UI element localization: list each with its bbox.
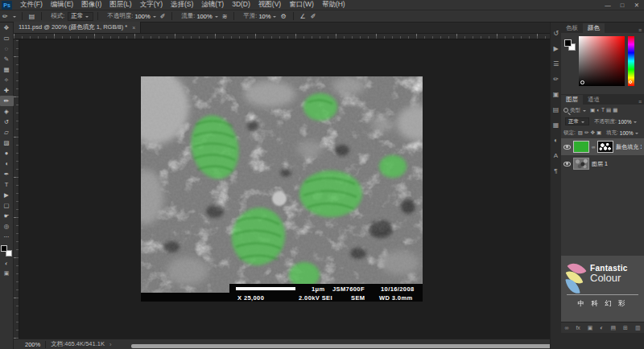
- document-tab[interactable]: 1111.psd @ 200% (颜色填充 1, RGB/8) * ×: [14, 22, 141, 33]
- panel-icon[interactable]: ▣: [551, 87, 562, 102]
- layers-action-icon[interactable]: ▤: [611, 325, 617, 331]
- airbrush-icon[interactable]: ≋: [222, 13, 228, 20]
- tool-button[interactable]: ◎: [0, 221, 14, 232]
- tool-button[interactable]: ✎: [0, 54, 14, 64]
- tab-layers[interactable]: 图层: [561, 95, 583, 105]
- fill-value[interactable]: 100%: [620, 130, 634, 136]
- quick-mask-icon[interactable]: ◐: [5, 261, 8, 266]
- tool-button[interactable]: ▱: [0, 127, 14, 138]
- tool-button[interactable]: ▶: [0, 190, 14, 200]
- tool-button[interactable]: T: [0, 179, 14, 190]
- layers-action-icon[interactable]: fx: [576, 325, 580, 331]
- panel-menu-icon[interactable]: ≡: [638, 99, 642, 105]
- close-button[interactable]: ✕: [630, 2, 644, 9]
- filter-kind-icon[interactable]: ◐: [597, 107, 600, 113]
- menu-item[interactable]: 帮助(H): [318, 0, 349, 10]
- panel-icon[interactable]: ▤: [551, 102, 562, 117]
- layers-action-icon[interactable]: ◐: [600, 325, 603, 331]
- opacity-value[interactable]: 100%: [134, 13, 150, 20]
- flow-value[interactable]: 100%: [196, 13, 212, 20]
- color-picker-marker[interactable]: [580, 80, 584, 84]
- mask-link-icon[interactable]: ∞: [592, 145, 595, 150]
- menu-item[interactable]: 选择(S): [167, 0, 197, 10]
- menu-item[interactable]: 滤镜(T): [197, 0, 228, 10]
- filter-kind-icon[interactable]: ▣: [590, 107, 595, 113]
- menu-item[interactable]: 3D(D): [228, 0, 254, 10]
- panel-icon[interactable]: ▶: [551, 41, 562, 56]
- filter-kind-icon[interactable]: ▤: [606, 107, 611, 113]
- filter-type-label[interactable]: 类型: [570, 107, 580, 114]
- tab-color[interactable]: 颜色: [583, 23, 605, 33]
- filter-kind-icon[interactable]: ▦: [613, 107, 617, 113]
- foreground-color-swatch[interactable]: [564, 39, 572, 47]
- brush-preset-caret[interactable]: [13, 16, 16, 19]
- blend-mode-dropdown[interactable]: 正常: [565, 117, 589, 125]
- layer-visibility-eye-icon[interactable]: [564, 162, 571, 166]
- panel-icon[interactable]: ◐: [551, 133, 562, 148]
- tool-button[interactable]: ✏: [0, 96, 14, 106]
- tool-button[interactable]: ◖: [0, 158, 14, 169]
- hue-slider-marker[interactable]: [629, 80, 632, 84]
- tool-button[interactable]: ✚: [0, 85, 14, 96]
- layers-action-icon[interactable]: ⊞: [623, 325, 628, 331]
- panel-icon[interactable]: ✏: [551, 72, 562, 87]
- smoothing-caret[interactable]: [273, 16, 276, 19]
- tool-button[interactable]: ☛: [0, 211, 14, 221]
- layers-action-icon[interactable]: ∞: [564, 325, 568, 331]
- lock-icon[interactable]: ✏: [584, 129, 588, 136]
- tab-close-icon[interactable]: ×: [132, 25, 135, 31]
- mode-dropdown[interactable]: 正常: [68, 12, 93, 21]
- fill-caret[interactable]: [635, 133, 638, 136]
- smoothing-value[interactable]: 10%: [258, 13, 270, 20]
- status-expand-icon[interactable]: ›: [109, 341, 112, 348]
- layer-name[interactable]: 图层 1: [592, 160, 608, 168]
- layer-visibility-eye-icon[interactable]: [564, 145, 571, 150]
- restore-button[interactable]: □: [615, 2, 630, 9]
- menu-item[interactable]: 编辑(E): [47, 0, 77, 10]
- lock-icon[interactable]: ✥: [590, 129, 594, 136]
- saturation-brightness-picker[interactable]: [579, 36, 625, 86]
- panel-icon[interactable]: ☰: [551, 56, 562, 72]
- smoothing-options-icon[interactable]: ⚙: [280, 13, 286, 20]
- layer-row-color-fill[interactable]: ∞ 颜色填充 1: [561, 138, 644, 155]
- menu-item[interactable]: 图层(L): [105, 0, 135, 10]
- panel-icon[interactable]: ↺: [551, 26, 562, 41]
- layers-action-icon[interactable]: ▣: [588, 325, 593, 331]
- sem-document-canvas[interactable]: 1μm JSM7600F 10/16/2008 X 25,000 2.00kV …: [141, 76, 423, 302]
- layer-opacity-caret[interactable]: [634, 121, 637, 125]
- tool-button[interactable]: ✒: [0, 169, 14, 179]
- image-layer-thumbnail[interactable]: [573, 158, 589, 170]
- menu-item[interactable]: 文件(F): [16, 0, 47, 10]
- tool-button[interactable]: ✥: [0, 23, 14, 33]
- tool-button[interactable]: ◌: [0, 43, 14, 54]
- fill-layer-thumbnail[interactable]: [573, 141, 589, 153]
- layer-row-image[interactable]: 图层 1: [561, 155, 644, 172]
- minimize-button[interactable]: —: [601, 2, 615, 9]
- brush-preset-icon[interactable]: ✏: [2, 13, 8, 20]
- layer-name[interactable]: 颜色填充 1: [616, 143, 642, 151]
- tool-button[interactable]: ▦: [0, 64, 14, 75]
- color-swatches[interactable]: [1, 245, 12, 257]
- panel-icon[interactable]: A: [551, 148, 562, 163]
- menu-item[interactable]: 窗口(W): [285, 0, 318, 10]
- foreground-color-swatch[interactable]: [1, 245, 7, 252]
- tab-swatches[interactable]: 色板: [561, 23, 583, 33]
- tool-button[interactable]: ●: [0, 148, 14, 158]
- layer-opacity-value[interactable]: 100%: [618, 119, 632, 125]
- tool-button[interactable]: ▨: [0, 138, 14, 148]
- zoom-level-field[interactable]: 200%: [25, 341, 40, 348]
- toggle-brush-panel-icon[interactable]: ▤: [29, 13, 35, 20]
- panel-icon[interactable]: ¶: [551, 163, 562, 179]
- layers-action-icon[interactable]: ▥: [635, 325, 641, 331]
- panel-menu-icon[interactable]: ≡: [638, 27, 642, 33]
- screen-mode-icon[interactable]: ▣: [4, 270, 10, 277]
- pressure-size-icon[interactable]: ✐: [311, 13, 316, 20]
- menu-item[interactable]: 文字(Y): [136, 0, 167, 10]
- tab-channels[interactable]: 通道: [583, 95, 605, 105]
- layer-mask-thumbnail[interactable]: [597, 141, 613, 153]
- flow-caret[interactable]: [215, 16, 218, 19]
- tool-button[interactable]: ▭: [0, 33, 14, 43]
- hue-slider[interactable]: [628, 36, 634, 86]
- pressure-opacity-icon[interactable]: ✐: [160, 13, 166, 20]
- menu-item[interactable]: 视图(V): [254, 0, 285, 10]
